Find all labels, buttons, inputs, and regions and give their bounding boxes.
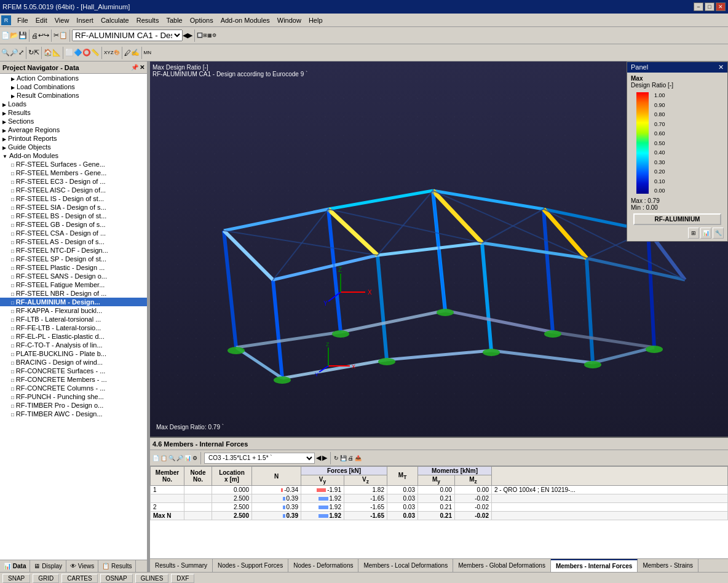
table-row-1[interactable]: 2.5000.391.92-1.650.030.21-0.02 <box>151 494 728 503</box>
bottom-tab-members---strains[interactable]: Members - Strains <box>638 559 698 572</box>
tree-item-14[interactable]: □RF-STEEL IS - Design of st... <box>0 194 147 203</box>
status-btn-glines[interactable]: GLINES <box>135 574 169 583</box>
tb2-btn-17[interactable]: N <box>148 50 151 55</box>
tree-item-21[interactable]: □RF-STEEL SP - Design of st... <box>0 255 147 263</box>
tb2-btn-2[interactable]: 🔎 <box>10 49 18 57</box>
tree-item-28[interactable]: □RF-LTB - Lateral-torsional ... <box>0 315 147 323</box>
tree-item-0[interactable]: ▶Action Combinations <box>0 74 147 82</box>
tree-item-25[interactable]: □RF-STEEL NBR - Design of ... <box>0 289 147 298</box>
tree-item-22[interactable]: □RF-STEEL Plastic - Design ... <box>0 263 147 272</box>
new-btn[interactable]: 📄 <box>1 31 10 39</box>
bottom-tab-members---internal-forces[interactable]: Members - Internal Forces <box>551 559 638 572</box>
tree-item-18[interactable]: □RF-STEEL CSA - Design of ... <box>0 229 147 237</box>
menu-item-insert[interactable]: Insert <box>73 15 97 25</box>
tree-item-38[interactable]: □RF-TIMBER Pro - Design o... <box>0 401 147 410</box>
table-row-3[interactable]: Max N2.5000.391.92-1.650.030.21-0.02 <box>151 512 728 520</box>
tree-item-1[interactable]: ▶Load Combinations <box>0 82 147 91</box>
tb2-btn-5[interactable]: ⇱ <box>34 49 39 57</box>
open-btn[interactable]: 📂 <box>10 31 18 39</box>
tree-item-12[interactable]: □RF-STEEL EC3 - Design of ... <box>0 177 147 186</box>
redo-btn[interactable]: ↪ <box>44 31 49 39</box>
tree-item-20[interactable]: □RF-STEEL NTC-DF - Design... <box>0 246 147 255</box>
tree-item-5[interactable]: ▶Sections <box>0 117 147 125</box>
table-row-0[interactable]: 10.000-0.34-1.911.820.030.000.002 - QRO … <box>151 486 728 494</box>
tree-item-7[interactable]: ▶Printout Reports <box>0 134 147 143</box>
tree-item-11[interactable]: □RF-STEEL Members - Gene... <box>0 169 147 177</box>
table-tb-10[interactable]: 📤 <box>355 455 362 461</box>
bottom-tab-results---summary[interactable]: Results - Summary <box>150 559 213 572</box>
tree-item-30[interactable]: □RF-EL-PL - Elastic-plastic d... <box>0 332 147 341</box>
tb2-btn-13[interactable]: 🎨 <box>114 50 120 55</box>
status-btn-osnap[interactable]: OSNAP <box>100 574 133 583</box>
nav-tab----results[interactable]: 📋 Results <box>98 560 136 572</box>
panel-close-btn[interactable]: ✕ <box>718 63 724 71</box>
addon-combo[interactable]: RF-ALUMINIUM CA1 - Design accor... <box>72 30 183 41</box>
menu-item-results[interactable]: Results <box>133 15 163 25</box>
undo-btn[interactable]: ↩ <box>38 31 44 39</box>
table-row-2[interactable]: 22.5000.391.92-1.650.030.21-0.02 <box>151 503 728 512</box>
menu-item-calculate[interactable]: Calculate <box>97 15 133 25</box>
tb2-btn-1[interactable]: 🔍 <box>1 49 10 57</box>
tree-item-26[interactable]: □RF-ALUMINIUM - Design... <box>0 298 147 306</box>
tree-item-31[interactable]: □RF-C-TO-T - Analysis of lin... <box>0 341 147 349</box>
tree-item-16[interactable]: □RF-STEEL BS - Design of st... <box>0 212 147 220</box>
viewport[interactable]: Max Design Ratio [-] RF-ALUMINIUM CA1 - … <box>150 61 728 437</box>
tb-btn-3[interactable]: ✂ <box>53 31 59 39</box>
table-tb-1[interactable]: 📄 <box>152 455 159 461</box>
tb2-btn-14[interactable]: 🖊 <box>124 49 131 57</box>
tree-item-17[interactable]: □RF-STEEL GB - Design of s... <box>0 220 147 229</box>
tree-item-29[interactable]: □RF-FE-LTB - Lateral-torsio... <box>0 323 147 332</box>
bottom-tab-nodes---support-forces[interactable]: Nodes - Support Forces <box>213 559 288 572</box>
tb2-btn-16[interactable]: M <box>144 50 148 55</box>
panel-icon-3[interactable]: 🔧 <box>713 228 724 239</box>
menu-item-add-on-modules[interactable]: Add-on Modules <box>217 15 274 25</box>
print-btn[interactable]: 🖨 <box>31 32 38 39</box>
tree-item-15[interactable]: □RF-STEEL SIA - Design of s... <box>0 203 147 212</box>
tree-item-10[interactable]: □RF-STEEL Surfaces - Gene... <box>0 160 147 169</box>
tree-item-36[interactable]: □RF-CONCRETE Columns - ... <box>0 384 147 392</box>
panel-rfal-button[interactable]: RF-ALUMINIUM <box>633 213 721 225</box>
status-btn-grid[interactable]: GRID <box>33 574 59 583</box>
nav-tab----views[interactable]: 👁 Views <box>66 560 98 572</box>
tree-item-19[interactable]: □RF-STEEL AS - Design of s... <box>0 237 147 246</box>
table-tb-8[interactable]: 💾 <box>340 455 347 461</box>
tree-item-6[interactable]: ▶Average Regions <box>0 125 147 134</box>
status-btn-snap[interactable]: SNAP <box>2 574 30 583</box>
menu-item-help[interactable]: Help <box>305 15 326 25</box>
tree-item-39[interactable]: □RF-TIMBER AWC - Design... <box>0 410 147 418</box>
table-tb-6[interactable]: ⚙ <box>192 455 197 461</box>
tree-item-4[interactable]: ▶Results <box>0 108 147 117</box>
table-tb-7[interactable]: ↻ <box>334 455 339 461</box>
tree-item-9[interactable]: ▼Add-on Modules <box>0 151 147 160</box>
tb-btn-5[interactable]: 🔲 <box>197 33 203 38</box>
bottom-tab-members---global-deformations[interactable]: Members - Global Deformations <box>453 559 551 572</box>
nav-close-btn[interactable]: ✕ <box>140 64 144 71</box>
tree-item-3[interactable]: ▶Loads <box>0 100 147 108</box>
menu-item-edit[interactable]: Edit <box>32 15 51 25</box>
tb2-btn-4[interactable]: ↻ <box>28 49 34 57</box>
nav-pin-btn[interactable]: 📌 <box>131 64 138 71</box>
tb2-btn-3[interactable]: ⤢ <box>18 49 24 57</box>
table-prev-btn[interactable]: ◀ <box>316 454 321 462</box>
menu-item-view[interactable]: View <box>51 15 73 25</box>
menu-item-options[interactable]: Options <box>186 15 217 25</box>
panel-icon-2[interactable]: 📊 <box>700 228 711 239</box>
tree-item-35[interactable]: □RF-CONCRETE Members - ... <box>0 375 147 384</box>
tree-item-27[interactable]: □RF-KAPPA - Flexural buckl... <box>0 306 147 315</box>
tb-btn-6[interactable]: ⊞ <box>203 33 207 38</box>
panel-icon-1[interactable]: ⊞ <box>688 228 699 239</box>
tb2-btn-11[interactable]: 📏 <box>91 49 100 57</box>
tb2-btn-9[interactable]: 🔷 <box>74 49 82 57</box>
table-tb-9[interactable]: 🖨 <box>348 455 354 461</box>
prev-btn[interactable]: ◀ <box>183 31 188 39</box>
tb2-btn-12[interactable]: XYZ <box>104 50 114 55</box>
tb-btn-8[interactable]: ⚙ <box>212 33 216 38</box>
tb2-btn-7[interactable]: 📐 <box>52 49 61 57</box>
tree-item-34[interactable]: □RF-CONCRETE Surfaces - ... <box>0 367 147 375</box>
table-tb-5[interactable]: 📊 <box>184 455 191 461</box>
status-btn-cartes[interactable]: CARTES <box>61 574 97 583</box>
tree-item-24[interactable]: □RF-STEEL Fatigue Member... <box>0 280 147 289</box>
close-btn[interactable]: ✕ <box>716 2 726 11</box>
next-btn[interactable]: ▶ <box>188 31 192 39</box>
table-content[interactable]: MemberNo. NodeNo. Locationx [m] N Forces… <box>150 466 728 558</box>
